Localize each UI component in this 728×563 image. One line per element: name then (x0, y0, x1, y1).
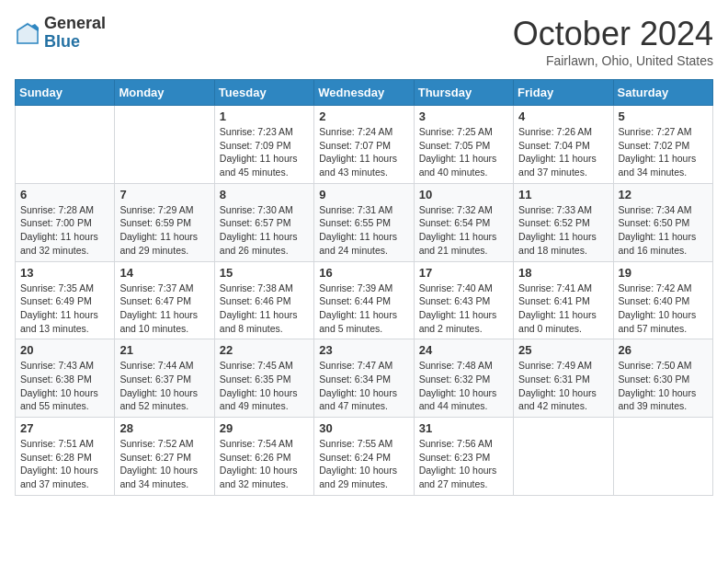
day-number: 6 (20, 188, 109, 201)
day-number: 10 (419, 188, 508, 201)
week-row-3: 13Sunrise: 7:35 AM Sunset: 6:49 PM Dayli… (16, 261, 713, 339)
week-row-2: 6Sunrise: 7:28 AM Sunset: 7:00 PM Daylig… (16, 183, 713, 261)
calendar-cell: 13Sunrise: 7:35 AM Sunset: 6:49 PM Dayli… (16, 261, 115, 339)
day-content: Sunrise: 7:42 AM Sunset: 6:40 PM Dayligh… (619, 282, 708, 336)
day-content: Sunrise: 7:34 AM Sunset: 6:50 PM Dayligh… (619, 203, 708, 258)
calendar-cell (514, 418, 613, 496)
calendar-cell: 14Sunrise: 7:37 AM Sunset: 6:47 PM Dayli… (115, 261, 214, 339)
day-content: Sunrise: 7:43 AM Sunset: 6:38 PM Dayligh… (20, 359, 109, 413)
calendar-cell: 2Sunrise: 7:24 AM Sunset: 7:07 PM Daylig… (314, 106, 414, 184)
day-number: 31 (419, 421, 508, 435)
week-row-4: 20Sunrise: 7:43 AM Sunset: 6:38 PM Dayli… (16, 339, 713, 418)
day-number: 30 (319, 421, 408, 435)
day-number: 22 (220, 343, 309, 357)
title-block: October 2024 Fairlawn, Ohio, United Stat… (513, 15, 713, 68)
day-number: 23 (319, 343, 408, 357)
day-content: Sunrise: 7:56 AM Sunset: 6:23 PM Dayligh… (419, 437, 508, 491)
calendar-body: 1Sunrise: 7:23 AM Sunset: 7:09 PM Daylig… (16, 106, 713, 496)
day-content: Sunrise: 7:23 AM Sunset: 7:09 PM Dayligh… (220, 125, 309, 179)
calendar-cell: 7Sunrise: 7:29 AM Sunset: 6:59 PM Daylig… (115, 183, 214, 261)
calendar-cell: 10Sunrise: 7:32 AM Sunset: 6:54 PM Dayli… (414, 183, 513, 261)
calendar-cell: 8Sunrise: 7:30 AM Sunset: 6:57 PM Daylig… (214, 183, 313, 261)
day-content: Sunrise: 7:44 AM Sunset: 6:37 PM Dayligh… (119, 359, 209, 413)
day-number: 17 (419, 266, 508, 280)
day-number: 20 (20, 343, 109, 357)
calendar-cell: 18Sunrise: 7:41 AM Sunset: 6:41 PM Dayli… (514, 261, 613, 339)
calendar-cell: 12Sunrise: 7:34 AM Sunset: 6:50 PM Dayli… (613, 183, 712, 261)
day-content: Sunrise: 7:47 AM Sunset: 6:34 PM Dayligh… (319, 359, 408, 413)
day-number: 24 (419, 343, 508, 357)
logo-text: General Blue (44, 15, 106, 52)
day-number: 3 (419, 109, 508, 123)
calendar-cell: 29Sunrise: 7:54 AM Sunset: 6:26 PM Dayli… (214, 418, 313, 496)
calendar-cell: 21Sunrise: 7:44 AM Sunset: 6:37 PM Dayli… (115, 339, 214, 418)
calendar-cell: 1Sunrise: 7:23 AM Sunset: 7:09 PM Daylig… (214, 106, 313, 184)
calendar-cell: 24Sunrise: 7:48 AM Sunset: 6:32 PM Dayli… (414, 339, 513, 418)
calendar-cell: 9Sunrise: 7:31 AM Sunset: 6:55 PM Daylig… (314, 183, 414, 261)
header-cell-friday: Friday (514, 80, 613, 106)
calendar-cell: 16Sunrise: 7:39 AM Sunset: 6:44 PM Dayli… (314, 261, 414, 339)
calendar-cell: 4Sunrise: 7:26 AM Sunset: 7:04 PM Daylig… (514, 106, 613, 184)
header-cell-wednesday: Wednesday (314, 80, 414, 106)
day-number: 12 (619, 188, 708, 201)
day-content: Sunrise: 7:45 AM Sunset: 6:35 PM Dayligh… (220, 359, 309, 413)
day-content: Sunrise: 7:31 AM Sunset: 6:55 PM Dayligh… (319, 203, 408, 258)
day-number: 27 (20, 421, 109, 435)
logo-general-text: General (44, 15, 106, 33)
header-cell-thursday: Thursday (414, 80, 513, 106)
calendar-cell: 31Sunrise: 7:56 AM Sunset: 6:23 PM Dayli… (414, 418, 513, 496)
month-title: October 2024 (513, 15, 713, 53)
day-number: 9 (319, 188, 408, 201)
header-row: SundayMondayTuesdayWednesdayThursdayFrid… (16, 80, 713, 106)
day-number: 14 (119, 266, 209, 280)
week-row-5: 27Sunrise: 7:51 AM Sunset: 6:28 PM Dayli… (16, 418, 713, 496)
logo: General Blue (15, 15, 106, 52)
header-cell-tuesday: Tuesday (214, 80, 313, 106)
page-header: General Blue October 2024 Fairlawn, Ohio… (15, 15, 713, 68)
day-number: 7 (119, 188, 209, 201)
day-content: Sunrise: 7:30 AM Sunset: 6:57 PM Dayligh… (220, 203, 309, 258)
calendar-cell (16, 106, 115, 184)
day-number: 13 (20, 266, 109, 280)
day-content: Sunrise: 7:33 AM Sunset: 6:52 PM Dayligh… (518, 203, 608, 258)
day-number: 16 (319, 266, 408, 280)
day-number: 18 (518, 266, 608, 280)
day-number: 8 (220, 188, 309, 201)
day-content: Sunrise: 7:50 AM Sunset: 6:30 PM Dayligh… (619, 359, 708, 413)
day-content: Sunrise: 7:38 AM Sunset: 6:46 PM Dayligh… (220, 282, 309, 336)
day-number: 21 (119, 343, 209, 357)
day-number: 19 (619, 266, 708, 280)
day-content: Sunrise: 7:24 AM Sunset: 7:07 PM Dayligh… (319, 125, 408, 179)
logo-blue-text: Blue (44, 33, 106, 52)
header-cell-monday: Monday (115, 80, 214, 106)
day-content: Sunrise: 7:37 AM Sunset: 6:47 PM Dayligh… (119, 282, 209, 336)
calendar-cell: 15Sunrise: 7:38 AM Sunset: 6:46 PM Dayli… (214, 261, 313, 339)
day-content: Sunrise: 7:27 AM Sunset: 7:02 PM Dayligh… (619, 125, 708, 179)
day-number: 15 (220, 266, 309, 280)
calendar-cell: 23Sunrise: 7:47 AM Sunset: 6:34 PM Dayli… (314, 339, 414, 418)
calendar-cell: 20Sunrise: 7:43 AM Sunset: 6:38 PM Dayli… (16, 339, 115, 418)
header-cell-saturday: Saturday (613, 80, 712, 106)
logo-icon (15, 20, 40, 46)
calendar-cell: 5Sunrise: 7:27 AM Sunset: 7:02 PM Daylig… (613, 106, 712, 184)
calendar-cell: 3Sunrise: 7:25 AM Sunset: 7:05 PM Daylig… (414, 106, 513, 184)
day-content: Sunrise: 7:25 AM Sunset: 7:05 PM Dayligh… (419, 125, 508, 179)
calendar-cell: 25Sunrise: 7:49 AM Sunset: 6:31 PM Dayli… (514, 339, 613, 418)
day-content: Sunrise: 7:54 AM Sunset: 6:26 PM Dayligh… (220, 437, 309, 491)
day-number: 29 (220, 421, 309, 435)
day-number: 1 (220, 109, 309, 123)
day-content: Sunrise: 7:41 AM Sunset: 6:41 PM Dayligh… (518, 282, 608, 336)
day-content: Sunrise: 7:40 AM Sunset: 6:43 PM Dayligh… (419, 282, 508, 336)
day-number: 28 (119, 421, 209, 435)
calendar-cell: 19Sunrise: 7:42 AM Sunset: 6:40 PM Dayli… (613, 261, 712, 339)
calendar-cell: 27Sunrise: 7:51 AM Sunset: 6:28 PM Dayli… (16, 418, 115, 496)
calendar-header: SundayMondayTuesdayWednesdayThursdayFrid… (16, 80, 713, 106)
week-row-1: 1Sunrise: 7:23 AM Sunset: 7:09 PM Daylig… (16, 106, 713, 184)
calendar-cell: 17Sunrise: 7:40 AM Sunset: 6:43 PM Dayli… (414, 261, 513, 339)
calendar-cell: 11Sunrise: 7:33 AM Sunset: 6:52 PM Dayli… (514, 183, 613, 261)
day-content: Sunrise: 7:26 AM Sunset: 7:04 PM Dayligh… (518, 125, 608, 179)
day-number: 25 (518, 343, 608, 357)
calendar-cell: 26Sunrise: 7:50 AM Sunset: 6:30 PM Dayli… (613, 339, 712, 418)
day-content: Sunrise: 7:35 AM Sunset: 6:49 PM Dayligh… (20, 282, 109, 336)
day-content: Sunrise: 7:32 AM Sunset: 6:54 PM Dayligh… (419, 203, 508, 258)
